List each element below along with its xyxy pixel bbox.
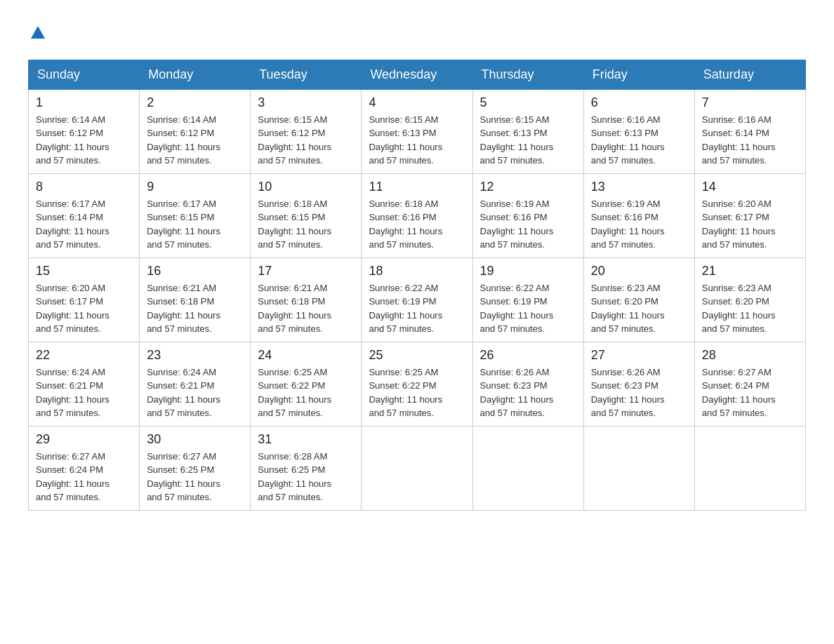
day-info: Sunrise: 6:25 AMSunset: 6:22 PMDaylight:… (369, 365, 465, 420)
day-number: 11 (369, 180, 465, 194)
weekday-header-tuesday: Tuesday (251, 60, 362, 89)
day-info: Sunrise: 6:28 AMSunset: 6:25 PMDaylight:… (258, 450, 354, 504)
calendar-cell: 24Sunrise: 6:25 AMSunset: 6:22 PMDayligh… (251, 342, 362, 426)
calendar-table: SundayMondayTuesdayWednesdayThursdayFrid… (28, 60, 806, 511)
calendar-cell (472, 426, 583, 510)
day-number: 22 (36, 348, 132, 363)
day-info: Sunrise: 6:26 AMSunset: 6:23 PMDaylight:… (480, 365, 576, 420)
day-number: 15 (36, 264, 132, 279)
day-number: 10 (258, 180, 354, 194)
calendar-cell: 27Sunrise: 6:26 AMSunset: 6:23 PMDayligh… (583, 342, 694, 426)
day-number: 23 (147, 348, 243, 363)
day-info: Sunrise: 6:19 AMSunset: 6:16 PMDaylight:… (591, 197, 687, 252)
logo (28, 21, 45, 46)
weekday-header-monday: Monday (140, 60, 251, 89)
day-info: Sunrise: 6:24 AMSunset: 6:21 PMDaylight:… (36, 365, 132, 420)
day-info: Sunrise: 6:18 AMSunset: 6:15 PMDaylight:… (258, 197, 354, 252)
calendar-cell: 20Sunrise: 6:23 AMSunset: 6:20 PMDayligh… (583, 257, 694, 342)
calendar-cell (694, 426, 805, 510)
day-number: 14 (702, 180, 798, 194)
calendar-cell: 21Sunrise: 6:23 AMSunset: 6:20 PMDayligh… (694, 257, 805, 342)
day-number: 25 (369, 348, 465, 363)
day-info: Sunrise: 6:26 AMSunset: 6:23 PMDaylight:… (591, 365, 687, 420)
day-number: 8 (36, 180, 132, 194)
day-info: Sunrise: 6:21 AMSunset: 6:18 PMDaylight:… (147, 281, 243, 336)
calendar-cell: 1Sunrise: 6:14 AMSunset: 6:12 PMDaylight… (29, 89, 140, 173)
weekday-header-friday: Friday (583, 60, 694, 89)
day-number: 27 (591, 348, 687, 363)
calendar-cell: 12Sunrise: 6:19 AMSunset: 6:16 PMDayligh… (472, 173, 583, 257)
calendar-cell: 6Sunrise: 6:16 AMSunset: 6:13 PMDaylight… (583, 89, 694, 173)
calendar-cell: 15Sunrise: 6:20 AMSunset: 6:17 PMDayligh… (29, 257, 140, 342)
day-info: Sunrise: 6:15 AMSunset: 6:13 PMDaylight:… (369, 113, 465, 168)
day-info: Sunrise: 6:27 AMSunset: 6:24 PMDaylight:… (36, 450, 132, 504)
day-number: 29 (36, 432, 132, 447)
day-info: Sunrise: 6:25 AMSunset: 6:22 PMDaylight:… (258, 365, 354, 420)
calendar-cell (362, 426, 472, 510)
day-info: Sunrise: 6:22 AMSunset: 6:19 PMDaylight:… (369, 281, 465, 336)
page-header (28, 21, 806, 46)
day-number: 7 (702, 95, 798, 110)
day-info: Sunrise: 6:15 AMSunset: 6:13 PMDaylight:… (480, 113, 576, 168)
calendar-cell: 4Sunrise: 6:15 AMSunset: 6:13 PMDaylight… (362, 89, 472, 173)
day-info: Sunrise: 6:17 AMSunset: 6:15 PMDaylight:… (147, 197, 243, 252)
calendar-cell: 5Sunrise: 6:15 AMSunset: 6:13 PMDaylight… (472, 89, 583, 173)
day-number: 20 (591, 264, 687, 279)
calendar-cell: 9Sunrise: 6:17 AMSunset: 6:15 PMDaylight… (140, 173, 251, 257)
calendar-cell: 16Sunrise: 6:21 AMSunset: 6:18 PMDayligh… (140, 257, 251, 342)
calendar-cell: 22Sunrise: 6:24 AMSunset: 6:21 PMDayligh… (29, 342, 140, 426)
day-number: 18 (369, 264, 465, 279)
calendar-cell: 28Sunrise: 6:27 AMSunset: 6:24 PMDayligh… (694, 342, 805, 426)
calendar-cell: 3Sunrise: 6:15 AMSunset: 6:12 PMDaylight… (251, 89, 362, 173)
day-number: 26 (480, 348, 576, 363)
weekday-header-thursday: Thursday (472, 60, 583, 89)
day-info: Sunrise: 6:27 AMSunset: 6:24 PMDaylight:… (702, 365, 798, 420)
weekday-header-sunday: Sunday (29, 60, 140, 89)
day-info: Sunrise: 6:14 AMSunset: 6:12 PMDaylight:… (36, 113, 132, 168)
calendar-cell: 29Sunrise: 6:27 AMSunset: 6:24 PMDayligh… (29, 426, 140, 510)
day-number: 24 (258, 348, 354, 363)
day-number: 19 (480, 264, 576, 279)
day-info: Sunrise: 6:22 AMSunset: 6:19 PMDaylight:… (480, 281, 576, 336)
calendar-week-row: 8Sunrise: 6:17 AMSunset: 6:14 PMDaylight… (29, 173, 806, 257)
calendar-cell (583, 426, 694, 510)
calendar-cell: 2Sunrise: 6:14 AMSunset: 6:12 PMDaylight… (140, 89, 251, 173)
calendar-cell: 19Sunrise: 6:22 AMSunset: 6:19 PMDayligh… (472, 257, 583, 342)
weekday-header-saturday: Saturday (694, 60, 805, 89)
calendar-cell: 30Sunrise: 6:27 AMSunset: 6:25 PMDayligh… (140, 426, 251, 510)
day-info: Sunrise: 6:21 AMSunset: 6:18 PMDaylight:… (258, 281, 354, 336)
calendar-cell: 8Sunrise: 6:17 AMSunset: 6:14 PMDaylight… (29, 173, 140, 257)
calendar-cell: 31Sunrise: 6:28 AMSunset: 6:25 PMDayligh… (251, 426, 362, 510)
calendar-cell: 25Sunrise: 6:25 AMSunset: 6:22 PMDayligh… (362, 342, 472, 426)
day-number: 28 (702, 348, 798, 363)
calendar-cell: 11Sunrise: 6:18 AMSunset: 6:16 PMDayligh… (362, 173, 472, 257)
day-info: Sunrise: 6:17 AMSunset: 6:14 PMDaylight:… (36, 197, 132, 252)
logo-icon-triangle (31, 26, 45, 39)
calendar-cell: 26Sunrise: 6:26 AMSunset: 6:23 PMDayligh… (472, 342, 583, 426)
day-info: Sunrise: 6:16 AMSunset: 6:14 PMDaylight:… (702, 113, 798, 168)
calendar-week-row: 1Sunrise: 6:14 AMSunset: 6:12 PMDaylight… (29, 89, 806, 173)
day-number: 17 (258, 264, 354, 279)
calendar-week-row: 29Sunrise: 6:27 AMSunset: 6:24 PMDayligh… (29, 426, 806, 510)
day-number: 13 (591, 180, 687, 194)
day-info: Sunrise: 6:19 AMSunset: 6:16 PMDaylight:… (480, 197, 576, 252)
calendar-week-row: 22Sunrise: 6:24 AMSunset: 6:21 PMDayligh… (29, 342, 806, 426)
calendar-cell: 7Sunrise: 6:16 AMSunset: 6:14 PMDaylight… (694, 89, 805, 173)
day-number: 9 (147, 180, 243, 194)
day-info: Sunrise: 6:23 AMSunset: 6:20 PMDaylight:… (591, 281, 687, 336)
day-info: Sunrise: 6:27 AMSunset: 6:25 PMDaylight:… (147, 450, 243, 504)
day-number: 31 (258, 432, 354, 447)
day-info: Sunrise: 6:14 AMSunset: 6:12 PMDaylight:… (147, 113, 243, 168)
day-info: Sunrise: 6:24 AMSunset: 6:21 PMDaylight:… (147, 365, 243, 420)
day-number: 16 (147, 264, 243, 279)
calendar-cell: 14Sunrise: 6:20 AMSunset: 6:17 PMDayligh… (694, 173, 805, 257)
day-info: Sunrise: 6:18 AMSunset: 6:16 PMDaylight:… (369, 197, 465, 252)
day-number: 21 (702, 264, 798, 279)
calendar-cell: 13Sunrise: 6:19 AMSunset: 6:16 PMDayligh… (583, 173, 694, 257)
calendar-cell: 17Sunrise: 6:21 AMSunset: 6:18 PMDayligh… (251, 257, 362, 342)
weekday-header-row: SundayMondayTuesdayWednesdayThursdayFrid… (29, 60, 806, 89)
day-number: 4 (369, 95, 465, 110)
weekday-header-wednesday: Wednesday (362, 60, 472, 89)
calendar-cell: 18Sunrise: 6:22 AMSunset: 6:19 PMDayligh… (362, 257, 472, 342)
logo-text-block (28, 21, 45, 46)
